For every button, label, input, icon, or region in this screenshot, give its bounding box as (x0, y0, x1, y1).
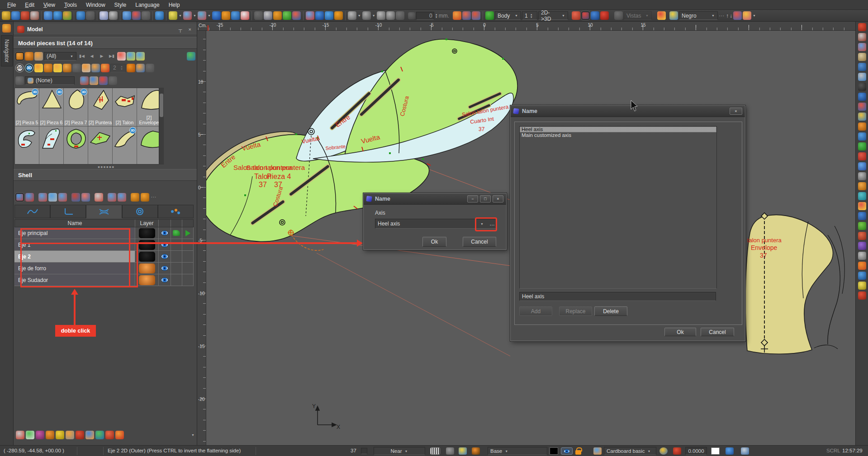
menu-tools[interactable]: Tools (60, 1, 81, 9)
piece-thumb-talon[interactable]: [2] Talon (113, 88, 137, 127)
piece-thumb-pieza7[interactable]: 3D [2] Pieza 7 (64, 88, 88, 127)
select-arrow-icon[interactable] (315, 11, 324, 20)
piece-add2-icon[interactable] (53, 64, 62, 72)
shoe-blue-icon[interactable] (591, 11, 599, 20)
eye-toggle[interactable] (561, 447, 573, 455)
pan-hand-icon[interactable] (44, 11, 52, 20)
tab-curves[interactable] (14, 205, 50, 218)
body-combo[interactable]: Body▼ (495, 11, 521, 20)
sphere-icon[interactable] (212, 11, 221, 20)
stamp-red-icon[interactable] (76, 431, 84, 439)
piece-disabled-icon[interactable] (72, 64, 81, 72)
tools-icon[interactable] (593, 447, 602, 455)
menu-window[interactable]: Window (81, 1, 110, 9)
piece-edit-icon[interactable] (25, 52, 33, 61)
rt-multi-icon[interactable] (858, 202, 866, 210)
rt-dark-icon[interactable] (858, 83, 866, 91)
rt-blue2-icon[interactable] (858, 132, 866, 141)
green-piece-icon[interactable] (173, 230, 180, 236)
flatten-axis-icon[interactable] (348, 11, 356, 20)
piece-remove2-icon[interactable] (63, 64, 71, 72)
thumbnail-scrollbar[interactable] (159, 88, 163, 165)
curve-hook-icon[interactable] (231, 11, 240, 20)
curve-split-icon[interactable] (108, 193, 116, 202)
redo-icon[interactable] (86, 11, 95, 20)
curve-mag-icon[interactable] (36, 431, 44, 439)
caret-icon[interactable]: ▼ (372, 14, 375, 17)
menu-help[interactable]: Help (164, 1, 185, 9)
rt-book-icon[interactable] (858, 53, 866, 61)
menu-style[interactable]: Style (110, 1, 131, 9)
person-add-icon[interactable] (15, 76, 24, 85)
open-icon[interactable] (2, 11, 10, 20)
diag-ruler-icon[interactable] (241, 11, 249, 20)
rt-gray-icon[interactable] (858, 172, 866, 180)
maximize-icon[interactable]: □ (480, 195, 491, 202)
texture-icon[interactable] (430, 447, 440, 455)
next-piece-button[interactable]: ▶ (97, 52, 106, 61)
large-ok-button[interactable]: Ok (664, 328, 696, 336)
symmetry-add-icon[interactable] (198, 11, 206, 20)
curve-tool-icon[interactable] (155, 11, 164, 20)
layer-move-icon[interactable] (459, 447, 467, 455)
shoe-add-icon[interactable] (657, 11, 666, 20)
offset-spinner[interactable]: ▲▼ (435, 13, 438, 19)
copy-icon[interactable] (123, 11, 131, 20)
close-icon[interactable]: × (730, 108, 742, 115)
target-yellow-icon[interactable] (56, 431, 64, 439)
door-icon[interactable] (396, 11, 404, 20)
save-icon[interactable] (11, 11, 20, 20)
ring-orange-icon[interactable] (115, 431, 124, 439)
piece-thumb-row2-2[interactable] (39, 127, 64, 165)
eraser-icon[interactable] (100, 11, 108, 20)
caret-icon[interactable]: ▼ (193, 14, 196, 17)
rt-blue3-icon[interactable] (858, 162, 866, 170)
piece-thumb-pieza5[interactable]: 3D [2] Pieza 5 (15, 88, 39, 127)
prev-piece-button[interactable]: ◀ (87, 52, 96, 61)
piece-thumb-row2-3[interactable] (64, 127, 88, 165)
rt-orange3-icon[interactable] (858, 262, 866, 270)
navigator-tab[interactable]: Navigator (1, 35, 13, 66)
knife-icon[interactable] (63, 11, 71, 20)
columns-icon[interactable] (733, 11, 742, 20)
filter-none-combo[interactable]: (None) (25, 76, 75, 85)
layer-swatch[interactable] (139, 240, 155, 250)
stack-green-icon[interactable] (95, 431, 104, 439)
rt-blue4-icon[interactable] (858, 212, 866, 220)
undo-icon[interactable] (76, 11, 85, 20)
close-icon[interactable]: × (493, 195, 503, 202)
node-del-icon[interactable] (71, 193, 80, 202)
piece-send-icon[interactable] (136, 64, 145, 72)
piece-count-spinner[interactable]: 2 ▲▼ (110, 64, 126, 72)
frame-box-icon[interactable] (408, 12, 415, 19)
near-combo[interactable]: Near▼ (374, 447, 425, 455)
rotate-icon[interactable] (386, 11, 395, 20)
refresh-icon[interactable] (726, 447, 734, 455)
folder-red-icon[interactable] (105, 431, 114, 439)
rt-blue-icon[interactable] (858, 93, 866, 101)
menu-view[interactable]: View (39, 1, 60, 9)
pattern-piece-envelope[interactable] (745, 215, 833, 354)
visibility-eye-icon[interactable] (161, 230, 168, 235)
piece-thumb-row2-6[interactable] (137, 127, 161, 165)
grid-red-icon[interactable] (16, 431, 24, 439)
curve-add-icon[interactable] (292, 11, 301, 20)
grid-view-icon[interactable] (15, 52, 24, 61)
arrow-down-icon[interactable]: ↓ (730, 13, 732, 19)
caret-icon[interactable]: ▼ (179, 14, 182, 17)
rt-purple-icon[interactable] (858, 242, 866, 250)
add-button[interactable]: Add (519, 306, 552, 316)
minimize-icon[interactable]: − (467, 195, 478, 202)
target-mode-icon[interactable] (362, 11, 371, 20)
tab-corner[interactable] (50, 205, 86, 218)
clear-selection-icon[interactable] (99, 76, 108, 85)
piece-thumb-pieza6[interactable]: 3D [2] Pieza 6 (39, 88, 64, 127)
bracket-icon[interactable] (283, 11, 291, 20)
tab-points[interactable] (158, 205, 194, 218)
node-stretch-icon[interactable] (81, 193, 90, 202)
rt-pages-icon[interactable] (858, 43, 866, 51)
visibility-eye-icon[interactable] (161, 277, 168, 282)
piece-remove-icon[interactable] (44, 64, 52, 72)
columns2-icon[interactable] (743, 11, 751, 20)
cost-shoe-icon[interactable] (673, 447, 681, 455)
